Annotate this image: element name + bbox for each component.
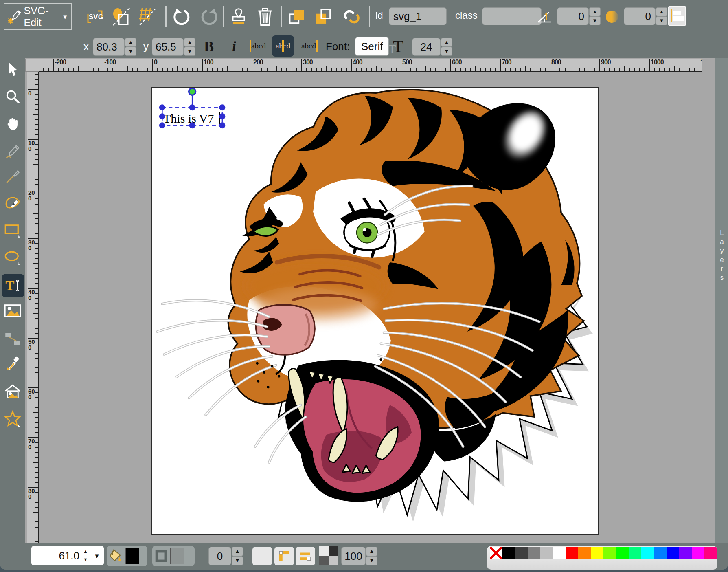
redo-button[interactable] (199, 6, 220, 28)
text-anchor-end-button[interactable]: abcd (298, 35, 320, 57)
zoom-control[interactable]: 61.0 ▲▼ ▼ (31, 546, 104, 565)
main-menu-button[interactable]: SVG-Edit ▼ (4, 3, 72, 30)
rotate-handle[interactable] (189, 88, 196, 95)
text-anchor-middle-button[interactable]: abcd (272, 35, 294, 57)
stroke-color-group[interactable] (152, 546, 195, 566)
line-tool[interactable] (3, 167, 22, 187)
rectangle-tool[interactable] (3, 220, 22, 240)
palette-swatch-7f00ff[interactable] (679, 547, 692, 559)
element-id-input[interactable] (389, 7, 447, 25)
angle-spinner[interactable]: ▲▼ (589, 7, 601, 25)
palette-swatch-ff007f[interactable] (704, 547, 717, 559)
stroke-width-spinner[interactable]: ▲▼ (232, 547, 243, 565)
y-label: y (143, 40, 149, 53)
palette-swatch-00ff00[interactable] (616, 547, 629, 559)
move-to-bottom-button[interactable] (313, 6, 334, 28)
palette-swatch-bfbfbf[interactable] (540, 547, 553, 559)
font-family-button[interactable]: Serif (355, 37, 389, 56)
palette-swatch-ff00ff[interactable] (692, 547, 704, 559)
linejoin-miter-icon (277, 549, 291, 563)
linecap-button[interactable] (296, 547, 315, 565)
palette-swatch-7fff00[interactable] (603, 547, 616, 559)
zoom-spinner[interactable]: ▲▼ (81, 548, 90, 564)
blur-indicator (604, 6, 621, 28)
pencil-tool[interactable] (3, 142, 22, 161)
tools-sidebar: T (0, 58, 25, 543)
path-tool[interactable] (3, 193, 22, 213)
palette-swatch-ff7f00[interactable] (578, 547, 591, 559)
y-spinner[interactable]: ▲▼ (184, 38, 195, 56)
font-label: Font: (326, 40, 350, 53)
linejoin-button[interactable] (274, 547, 294, 565)
selection-handles[interactable] (159, 104, 225, 128)
svg-canvas[interactable]: This is V7 (151, 87, 599, 535)
palette-swatch-0000ff[interactable] (667, 547, 679, 559)
shape-library-button[interactable] (111, 6, 132, 28)
fill-color-swatch[interactable] (125, 548, 139, 564)
zoom-value: 61.0 (31, 550, 81, 562)
palette-swatch-ff0000[interactable] (566, 547, 578, 559)
blur-input[interactable] (624, 7, 656, 25)
image-tool[interactable] (3, 301, 22, 321)
palette-swatch-00ff7f[interactable] (629, 547, 641, 559)
move-to-top-button[interactable] (287, 6, 308, 28)
palette-swatch-ffffff[interactable] (553, 547, 566, 559)
angle-input[interactable] (557, 7, 589, 25)
palette-swatch-none[interactable] (490, 547, 502, 559)
palette-swatch-7f7f7f[interactable] (528, 547, 540, 559)
blur-icon (604, 9, 621, 25)
align-to-page-button[interactable] (668, 6, 686, 26)
stroke-color-swatch[interactable] (170, 548, 184, 564)
palette-swatch-007fff[interactable] (654, 547, 667, 559)
palette-swatch-ffff00[interactable] (591, 547, 603, 559)
font-size-spinner[interactable]: ▲▼ (441, 38, 452, 56)
palette-swatch-3f3f3f[interactable] (515, 547, 528, 559)
ellipse-tool[interactable] (3, 248, 22, 267)
undo-button[interactable] (171, 6, 192, 28)
y-position-input[interactable] (152, 38, 184, 56)
eyedropper-tool[interactable] (3, 354, 22, 374)
grid-icon (137, 7, 157, 26)
text-tool[interactable]: T (2, 274, 24, 297)
trash-icon (256, 7, 274, 26)
palette-swatch-00ffff[interactable] (641, 547, 654, 559)
star-icon (4, 410, 22, 427)
shape-library-icon (112, 7, 131, 26)
line-icon (5, 169, 20, 185)
opacity-indicator[interactable] (319, 546, 338, 565)
clone-button[interactable] (228, 6, 249, 28)
grid-button[interactable] (136, 6, 158, 28)
edit-source-button[interactable]: SVG (84, 6, 105, 28)
stroke-width-input[interactable] (208, 547, 231, 565)
palette-swatch-000000[interactable] (502, 547, 515, 559)
stroke-dash-button[interactable]: — (252, 547, 272, 565)
hand-icon (5, 116, 20, 131)
fill-color-group[interactable] (107, 546, 147, 566)
star-tool[interactable] (3, 409, 22, 429)
text-anchor-start-button[interactable]: abcd (247, 35, 269, 57)
bold-button[interactable]: B (200, 36, 218, 57)
font-size-input[interactable] (412, 38, 441, 56)
opacity-spinner[interactable]: ▲▼ (366, 547, 377, 565)
opacity-input[interactable] (341, 547, 366, 565)
italic-button[interactable]: i (225, 36, 243, 57)
image-icon (4, 303, 21, 319)
x-position-input[interactable] (93, 38, 125, 56)
x-label: x (83, 40, 89, 53)
pan-tool[interactable] (3, 114, 22, 133)
zoom-tool[interactable] (3, 87, 22, 106)
element-class-input[interactable] (482, 7, 542, 25)
library-tool[interactable] (3, 382, 22, 402)
delete-button[interactable] (254, 6, 276, 28)
paint-bucket-icon (109, 549, 123, 563)
blur-spinner[interactable]: ▲▼ (656, 7, 667, 25)
layers-label: Layers (718, 229, 726, 543)
connector-tool[interactable] (3, 329, 22, 349)
layers-panel-toggle[interactable]: Layers (715, 58, 728, 543)
shape-house-icon (4, 384, 21, 400)
x-spinner[interactable]: ▲▼ (125, 38, 136, 56)
svg-edit-application: SVG-Edit ▼ SVG (0, 0, 728, 570)
chevron-down-icon: ▼ (90, 552, 104, 559)
select-tool[interactable] (3, 60, 22, 79)
make-link-button[interactable] (341, 6, 362, 28)
